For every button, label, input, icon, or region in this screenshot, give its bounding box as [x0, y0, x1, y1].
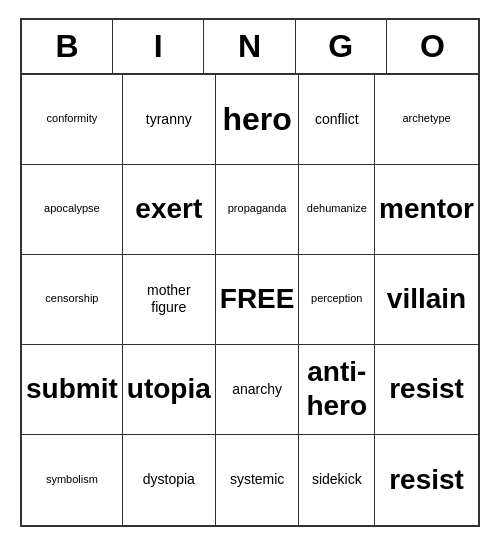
header-letter: G — [296, 20, 387, 73]
cell-text: censorship — [45, 292, 98, 305]
bingo-cell[interactable]: dystopia — [123, 435, 216, 525]
bingo-cell[interactable]: censorship — [22, 255, 123, 345]
bingo-cell[interactable]: utopia — [123, 345, 216, 435]
bingo-cell[interactable]: anarchy — [216, 345, 300, 435]
cell-text: hero — [222, 100, 291, 138]
bingo-card: BINGO conformitytyrannyheroconflictarche… — [20, 18, 480, 527]
cell-text: systemic — [230, 471, 284, 488]
bingo-cell[interactable]: anti-hero — [299, 345, 375, 435]
bingo-cell[interactable]: perception — [299, 255, 375, 345]
bingo-cell[interactable]: tyranny — [123, 75, 216, 165]
cell-text: dehumanize — [307, 202, 367, 215]
bingo-cell[interactable]: conformity — [22, 75, 123, 165]
bingo-header: BINGO — [22, 20, 478, 75]
cell-text: conformity — [47, 112, 98, 125]
cell-text: FREE — [220, 282, 295, 316]
cell-text: conflict — [315, 111, 359, 128]
header-letter: I — [113, 20, 204, 73]
bingo-cell[interactable]: submit — [22, 345, 123, 435]
bingo-cell[interactable]: motherfigure — [123, 255, 216, 345]
cell-text: perception — [311, 292, 362, 305]
bingo-cell[interactable]: archetype — [375, 75, 478, 165]
cell-text: tyranny — [146, 111, 192, 128]
bingo-cell[interactable]: resist — [375, 435, 478, 525]
bingo-cell[interactable]: apocalypse — [22, 165, 123, 255]
bingo-cell[interactable]: villain — [375, 255, 478, 345]
cell-text: mentor — [379, 192, 474, 226]
cell-text: propaganda — [228, 202, 287, 215]
bingo-cell[interactable]: FREE — [216, 255, 300, 345]
cell-text: dystopia — [143, 471, 195, 488]
header-letter: O — [387, 20, 478, 73]
cell-text: submit — [26, 372, 118, 406]
cell-text: sidekick — [312, 471, 362, 488]
cell-text: motherfigure — [147, 282, 191, 316]
bingo-cell[interactable]: conflict — [299, 75, 375, 165]
bingo-cell[interactable]: hero — [216, 75, 300, 165]
header-letter: B — [22, 20, 113, 73]
bingo-grid: conformitytyrannyheroconflictarchetypeap… — [22, 75, 478, 525]
cell-text: anarchy — [232, 381, 282, 398]
bingo-cell[interactable]: mentor — [375, 165, 478, 255]
cell-text: anti-hero — [306, 355, 367, 422]
cell-text: exert — [135, 192, 202, 226]
bingo-cell[interactable]: resist — [375, 345, 478, 435]
bingo-cell[interactable]: exert — [123, 165, 216, 255]
bingo-cell[interactable]: systemic — [216, 435, 300, 525]
bingo-cell[interactable]: symbolism — [22, 435, 123, 525]
cell-text: symbolism — [46, 473, 98, 486]
cell-text: archetype — [402, 112, 450, 125]
cell-text: resist — [389, 372, 464, 406]
bingo-cell[interactable]: propaganda — [216, 165, 300, 255]
bingo-cell[interactable]: dehumanize — [299, 165, 375, 255]
header-letter: N — [204, 20, 295, 73]
cell-text: utopia — [127, 372, 211, 406]
cell-text: villain — [387, 282, 466, 316]
bingo-cell[interactable]: sidekick — [299, 435, 375, 525]
cell-text: apocalypse — [44, 202, 100, 215]
cell-text: resist — [389, 463, 464, 497]
